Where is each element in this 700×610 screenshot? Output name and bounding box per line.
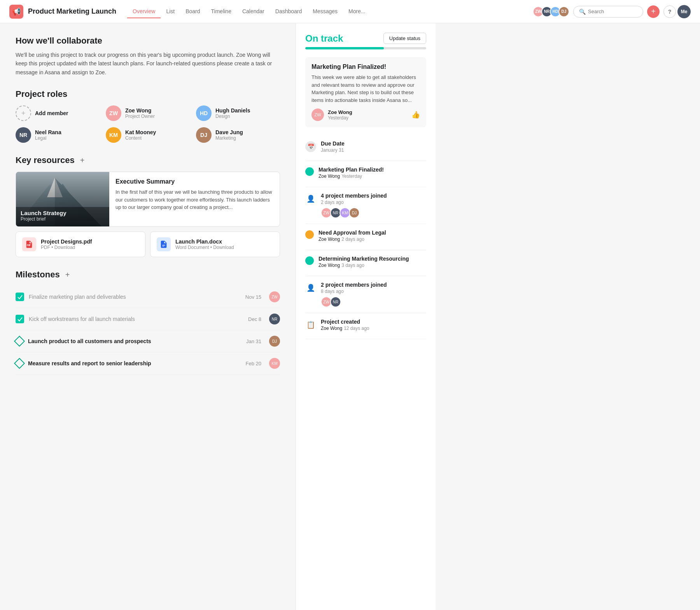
resource-content-text: In the first half of this year we will b…: [116, 188, 273, 211]
members-2-icon: 👤: [305, 282, 316, 293]
activity-members-4-time: 2 days ago: [321, 200, 426, 205]
approval-icon: [305, 230, 314, 239]
role-item-hugh: HD Hugh Daniels Design: [196, 105, 280, 121]
update-status-button[interactable]: Update status: [383, 33, 426, 44]
add-button[interactable]: +: [647, 5, 660, 18]
milestones-title: Milestones: [16, 270, 60, 280]
key-resources-title: Key resources: [16, 155, 75, 165]
search-input[interactable]: [588, 9, 637, 14]
collaborate-section: How we'll collaborate We'll be using thi…: [16, 36, 280, 77]
collaborate-description: We'll be using this project to track our…: [16, 51, 280, 77]
activity-resourcing-meta: Zoe Wong3 days ago: [318, 263, 426, 268]
pdf-meta: PDF • Download: [41, 245, 92, 250]
content-area: How we'll collaborate We'll be using thi…: [0, 23, 296, 610]
created-icon: 📋: [305, 319, 316, 330]
activity-resourcing: Determining Marketing Resourcing Zoe Won…: [305, 250, 426, 276]
role-item-neel: NR Neel Rana Legal: [16, 127, 100, 143]
file-card-pdf[interactable]: Project Designs.pdf PDF • Download: [16, 231, 145, 257]
milestone-icon-1: [305, 167, 314, 176]
members-icon: 👤: [305, 193, 316, 204]
role-label-neel: Legal: [35, 135, 61, 141]
milestone-avatar-3: DJ: [269, 336, 280, 347]
update-card-title: Marketing Plan Finalized!: [312, 63, 420, 70]
role-name-dave: Dave Jung: [215, 129, 243, 135]
avatar: DJ: [558, 6, 569, 17]
pdf-file-info: Project Designs.pdf PDF • Download: [41, 238, 92, 250]
status-header: On track Update status: [305, 33, 426, 44]
update-card-text: This week we were able to get all stakeh…: [312, 74, 420, 104]
key-resources-add-btn[interactable]: +: [78, 156, 87, 165]
milestone-avatar-4: KM: [269, 358, 280, 369]
role-item-dave: DJ Dave Jung Marketing: [196, 127, 280, 143]
milestone-date-4: Feb 20: [246, 361, 261, 366]
tab-dashboard[interactable]: Dashboard: [270, 5, 308, 18]
activity-resourcing-title: Determining Marketing Resourcing: [318, 256, 426, 262]
milestone-avatar-2: NR: [269, 314, 280, 324]
doc-file-info: Launch Plan.docx Word Document • Downloa…: [175, 238, 234, 250]
milestone-item: Kick off workstreams for all launch mate…: [16, 308, 280, 330]
main-resource-card[interactable]: Launch Strategy Project brief Executive …: [16, 172, 280, 227]
role-name-neel: Neel Rana: [35, 129, 61, 135]
milestones-section: Milestones + Finalize marketing plan and…: [16, 270, 280, 375]
add-member-label: Add member: [35, 110, 68, 116]
tab-board[interactable]: Board: [180, 5, 205, 18]
tab-timeline[interactable]: Timeline: [206, 5, 237, 18]
doc-meta: Word Document • Download: [175, 245, 234, 250]
search-bar[interactable]: 🔍: [573, 6, 643, 18]
project-roles-section: Project roles + Add member ZW Zoe Wong P…: [16, 89, 280, 143]
like-button[interactable]: 👍: [411, 110, 420, 119]
tab-more[interactable]: More...: [343, 5, 371, 18]
calendar-icon: 📅: [305, 141, 316, 152]
activity-approval: Need Approval from Legal Zoe Wong2 days …: [305, 224, 426, 250]
resource-label: Launch Strategy Project brief: [21, 210, 105, 222]
sidebar: On track Update status Marketing Plan Fi…: [296, 23, 436, 610]
milestone-text-4: Measure results and report to senior lea…: [28, 360, 241, 366]
role-name-zoe: Zoe Wong: [125, 107, 155, 114]
progress-fill: [305, 47, 384, 49]
milestone-item: Finalize marketing plan and deliverables…: [16, 286, 280, 308]
activity-milestone-1-title: Marketing Plan Finalized!: [318, 167, 426, 173]
doc-icon: [157, 237, 171, 251]
update-author-time: Yesterday: [328, 115, 352, 121]
milestone-item: Launch product to all customers and pros…: [16, 330, 280, 352]
activity-due-date-title: Due Date: [321, 140, 426, 147]
tab-messages[interactable]: Messages: [307, 5, 343, 18]
add-member-item[interactable]: + Add member: [16, 105, 100, 121]
tab-overview[interactable]: Overview: [127, 5, 161, 18]
update-card: Marketing Plan Finalized! This week we w…: [305, 57, 426, 127]
avatar-kat: KM: [106, 127, 121, 143]
activity-members-2-time: 8 days ago: [321, 289, 426, 294]
milestone-date-2: Dec 8: [248, 316, 261, 322]
activity-feed: 📅 Due Date January 31 Marketing Plan Fin…: [305, 135, 426, 339]
activity-created-meta: Zoe Wong12 days ago: [321, 326, 426, 331]
help-button[interactable]: ?: [663, 5, 676, 18]
role-label-hugh: Design: [215, 114, 250, 119]
user-avatar[interactable]: Me: [677, 5, 691, 18]
resource-content: Executive Summary In the first half of t…: [109, 172, 280, 226]
milestones-add-btn[interactable]: +: [63, 270, 72, 279]
header-left: 📢 Product Marketing Launch Overview List…: [9, 5, 533, 19]
activity-milestone-1-meta: Zoe WongYesterday: [318, 174, 426, 179]
pdf-filename: Project Designs.pdf: [41, 238, 92, 245]
doc-filename: Launch Plan.docx: [175, 238, 234, 245]
add-member-icon: +: [16, 105, 31, 121]
activity-members-2-title: 2 project members joined: [321, 282, 426, 288]
project-roles-title: Project roles: [16, 89, 280, 99]
activity-members-4-title: 4 project members joined: [321, 193, 426, 199]
pdf-icon: [22, 237, 36, 251]
update-author-info: Zoe Wong Yesterday: [328, 109, 352, 121]
file-card-doc[interactable]: Launch Plan.docx Word Document • Downloa…: [150, 231, 280, 257]
milestone-diamond-4: [14, 358, 25, 369]
tab-list[interactable]: List: [161, 5, 180, 18]
header: 📢 Product Marketing Launch Overview List…: [0, 0, 700, 23]
update-author-name: Zoe Wong: [328, 109, 352, 115]
key-resources-header: Key resources +: [16, 155, 280, 165]
role-label-kat: Content: [125, 135, 156, 141]
collaborate-title: How we'll collaborate: [16, 36, 280, 46]
role-item-kat: KM Kat Mooney Content: [106, 127, 190, 143]
activity-members-4: 👤 4 project members joined 2 days ago ZW…: [305, 187, 426, 224]
header-right: ZW NR HD DJ 🔍 + ? Me: [533, 5, 691, 18]
milestone-item: Measure results and report to senior lea…: [16, 352, 280, 375]
tab-calendar[interactable]: Calendar: [237, 5, 270, 18]
header-avatar-group: ZW NR HD DJ: [533, 6, 569, 17]
